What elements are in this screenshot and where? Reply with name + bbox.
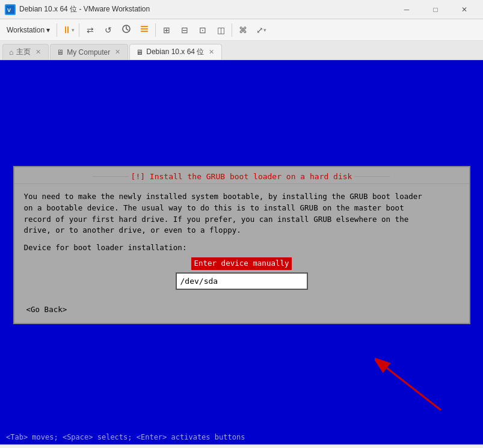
view-auto-fit-button[interactable]: ⊡ <box>194 22 211 38</box>
pause-button[interactable]: ⏸ ▾ <box>60 22 76 38</box>
grub-dialog: [!] Install the GRUB boot loader on a ha… <box>13 166 470 324</box>
vm-settings-icon <box>140 24 149 35</box>
pause-icon: ⏸ <box>62 25 72 35</box>
tab-debian[interactable]: 🖥 Debian 10.x 64 位 ✕ <box>129 44 222 60</box>
my-computer-tab-icon: 🖥 <box>57 48 64 57</box>
view-fullscreen-button[interactable]: ⊞ <box>158 22 175 38</box>
app-icon: V <box>5 4 16 15</box>
debian-tab-icon: 🖥 <box>136 48 143 57</box>
bottom-tray: 要将输入定向到该虚拟机，请在虚拟机内部单击或按 Ctrl+G。 CSDN 法 <box>0 444 483 448</box>
console-view-button[interactable]: ⌘ <box>235 22 251 38</box>
svg-line-7 <box>387 368 441 410</box>
svg-text:V: V <box>7 7 11 13</box>
svg-rect-3 <box>141 26 148 27</box>
external-icon: ⤢ <box>256 25 263 35</box>
main-content[interactable]: [!] Install the GRUB boot loader on a ha… <box>0 60 483 430</box>
send-icon: ⇄ <box>87 25 94 35</box>
status-text: <Tab> moves; <Space> selects; <Enter> ac… <box>6 433 245 441</box>
minimize-button[interactable]: ─ <box>393 1 420 18</box>
device-input[interactable]: /dev/sda <box>176 272 308 290</box>
bottom-status-bar: <Tab> moves; <Space> selects; <Enter> ac… <box>0 430 483 444</box>
home-tab-label: 主页 <box>16 47 31 57</box>
toolbar-divider-2 <box>79 23 79 37</box>
view-actual-size-button[interactable]: ◫ <box>212 22 229 38</box>
my-computer-tab-label: My Computer <box>67 48 110 57</box>
home-tab-close[interactable]: ✕ <box>34 48 42 57</box>
snapshot-icon: ↺ <box>105 25 112 35</box>
pause-dropdown-icon: ▾ <box>72 27 75 33</box>
toolbar: Workstation ▾ ⏸ ▾ ⇄ ↺ ⊞ ⊟ <box>0 19 483 41</box>
dialog-body: You need to make the newly installed sys… <box>14 184 469 323</box>
debian-tab-label: Debian 10.x 64 位 <box>146 47 204 57</box>
enter-device-option[interactable]: Enter device manually <box>191 257 291 270</box>
tab-home[interactable]: ⌂ 主页 ✕ <box>2 44 49 60</box>
dropdown-arrow-icon: ▾ <box>46 26 50 34</box>
debian-tab-close[interactable]: ✕ <box>207 48 215 57</box>
go-back-button[interactable]: <Go Back> <box>26 304 67 316</box>
external-view-button[interactable]: ⤢ ▾ <box>253 22 269 38</box>
snapshot-manager-button[interactable] <box>118 22 135 38</box>
my-computer-tab-close[interactable]: ✕ <box>113 48 122 57</box>
window-title: Debian 10.x 64 位 - VMware Workstation <box>19 4 393 14</box>
workstation-label: Workstation <box>7 26 45 34</box>
workstation-menu[interactable]: Workstation ▾ <box>2 22 54 38</box>
device-for-bootloader-label: Device for boot loader installation: <box>24 242 460 254</box>
view-split-button[interactable]: ⊟ <box>176 22 193 38</box>
auto-fit-icon: ⊡ <box>199 25 206 35</box>
fullscreen-icon: ⊞ <box>163 25 170 35</box>
home-tab-icon: ⌂ <box>9 48 13 57</box>
close-button[interactable]: ✕ <box>451 1 478 18</box>
send-ctrl-alt-del-button[interactable]: ⇄ <box>82 22 99 38</box>
snapshot-button[interactable]: ↺ <box>100 22 117 38</box>
window-controls: ─ □ ✕ <box>393 1 478 18</box>
toolbar-divider-4 <box>232 23 232 37</box>
vm-settings-button[interactable] <box>136 22 153 38</box>
svg-rect-4 <box>141 28 148 29</box>
svg-rect-5 <box>141 31 148 32</box>
console-icon: ⌘ <box>239 25 247 35</box>
toolbar-divider-1 <box>57 23 57 37</box>
title-bar: V Debian 10.x 64 位 - VMware Workstation … <box>0 0 483 19</box>
tab-bar: ⌂ 主页 ✕ 🖥 My Computer ✕ 🖥 Debian 10.x 64 … <box>0 41 483 60</box>
split-icon: ⊟ <box>181 25 188 35</box>
dialog-description: You need to make the newly installed sys… <box>24 191 460 236</box>
red-arrow-annotation <box>375 356 447 418</box>
tab-my-computer[interactable]: 🖥 My Computer ✕ <box>50 44 128 60</box>
actual-size-icon: ◫ <box>217 25 225 35</box>
dialog-title: [!] Install the GRUB boot loader on a ha… <box>14 167 469 184</box>
dialog-title-text: [!] Install the GRUB boot loader on a ha… <box>131 172 352 181</box>
external-dropdown-icon: ▾ <box>263 27 266 33</box>
toolbar-divider-3 <box>155 23 156 37</box>
maximize-button[interactable]: □ <box>422 1 449 18</box>
snapshot-manager-icon <box>122 24 131 35</box>
